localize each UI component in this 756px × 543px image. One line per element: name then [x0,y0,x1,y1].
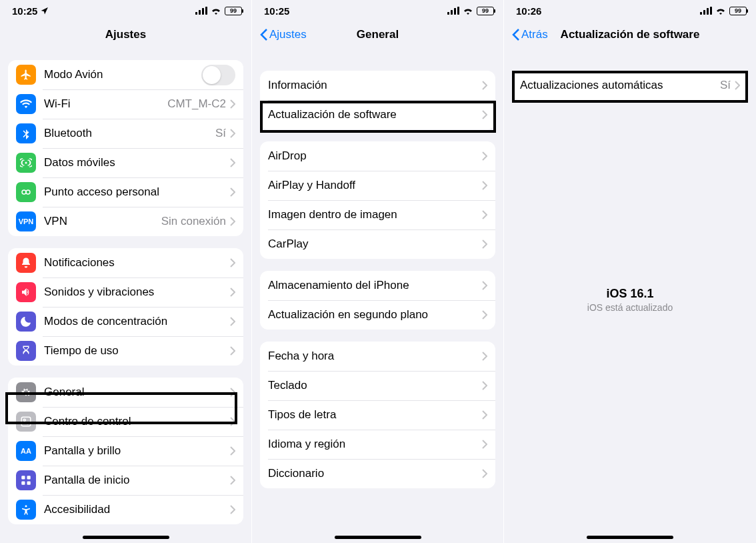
gear-icon [16,382,36,402]
row-software-update[interactable]: Actualización de software [260,100,495,129]
row-language[interactable]: Idioma y región [260,430,495,459]
chevron-right-icon [230,476,235,485]
row-sounds[interactable]: Sonidos y vibraciones [8,278,243,307]
chevron-right-icon [482,81,487,90]
row-label: Actualización en segundo plano [268,308,482,322]
home-indicator[interactable] [335,536,421,539]
row-label: Diccionario [268,467,482,480]
row-date-time[interactable]: Fecha y hora [260,342,495,371]
chevron-right-icon [482,381,487,390]
chevron-right-icon [230,158,235,167]
chevron-right-icon [482,239,487,249]
hourglass-icon [16,341,36,361]
chevron-right-icon [482,210,487,219]
back-button[interactable]: Ajustes [256,19,311,51]
row-screentime[interactable]: Tiempo de uso [8,336,243,366]
row-cellular[interactable]: Datos móviles [8,148,243,177]
row-value: Sin conexión [161,215,226,228]
chevron-right-icon [230,317,235,326]
battery-icon: 99 [477,7,494,15]
ios-version: iOS 16.1 [504,287,756,301]
row-label: AirDrop [268,149,482,163]
row-keyboard[interactable]: Teclado [260,371,495,400]
chevron-right-icon [482,181,487,190]
control-center-icon [16,412,36,432]
row-airplane-mode[interactable]: Modo Avión [8,60,243,89]
row-wifi[interactable]: Wi-Fi CMT_M-C2 [8,89,243,119]
row-label: Centro de control [44,415,230,428]
row-bluetooth[interactable]: Bluetooth Sí [8,119,243,148]
row-auto-updates[interactable]: Actualizaciones automáticas Sí [512,71,748,100]
home-indicator[interactable] [587,536,673,539]
battery-icon: 99 [729,7,747,15]
wifi-icon [463,7,473,15]
row-control-center[interactable]: Centro de control [8,407,243,436]
row-dictionary[interactable]: Diccionario [260,459,495,488]
page-title: Ajustes [105,28,146,41]
general-group-storage: Almacenamiento del iPhone Actualización … [260,271,495,330]
software-update-group: Actualizaciones automáticas Sí [512,71,748,100]
row-label: Bluetooth [44,127,215,140]
row-label: CarPlay [268,237,482,251]
svg-rect-11 [21,482,25,485]
row-hotspot[interactable]: Punto acceso personal [8,177,243,207]
row-label: Notificaciones [44,256,230,269]
chevron-right-icon [230,99,235,109]
chevron-right-icon [482,469,487,478]
settings-group-notifications: Notificaciones Sonidos y vibraciones Mod… [8,248,243,366]
row-label: Imagen dentro de imagen [268,208,482,221]
row-pip[interactable]: Imagen dentro de imagen [260,200,495,229]
home-indicator[interactable] [83,536,169,539]
svg-rect-2 [202,8,204,15]
svg-rect-9 [21,476,25,479]
status-bar: 10:25 99 [252,0,503,19]
chevron-right-icon [482,440,487,449]
chevron-right-icon [482,310,487,320]
battery-icon: 99 [225,7,242,15]
row-vpn[interactable]: VPN VPN Sin conexión [8,207,243,236]
row-label: Teclado [268,379,482,392]
chevron-right-icon [230,217,235,226]
back-button[interactable]: Atrás [508,19,552,51]
row-fonts[interactable]: Tipos de letra [260,400,495,430]
row-focus[interactable]: Modos de concentración [8,307,243,336]
status-time: 10:25 [12,5,37,17]
airplane-toggle[interactable] [201,65,235,85]
row-accessibility[interactable]: Accesibilidad [8,495,243,524]
row-notifications[interactable]: Notificaciones [8,248,243,278]
svg-rect-17 [457,7,459,15]
row-storage[interactable]: Almacenamiento del iPhone [260,271,495,300]
svg-point-7 [23,419,25,421]
svg-rect-3 [205,7,207,15]
svg-point-4 [22,190,26,194]
row-airplay[interactable]: AirPlay y Handoff [260,171,495,200]
row-information[interactable]: Información [260,71,495,100]
row-airdrop[interactable]: AirDrop [260,141,495,171]
svg-point-13 [25,505,27,507]
nav-bar: Ajustes [0,19,251,51]
nav-bar: Atrás Actualización de software [504,19,756,51]
svg-rect-15 [451,10,453,15]
row-display[interactable]: AA Pantalla y brillo [8,436,243,466]
moon-icon [16,312,36,332]
row-home-screen[interactable]: Pantalla de inicio [8,466,243,495]
chevron-right-icon [482,151,487,161]
home-screen-icon [16,470,36,490]
display-icon: AA [16,441,36,461]
svg-rect-0 [195,12,197,15]
wifi-icon [16,94,36,114]
row-general[interactable]: General [8,378,243,407]
screen-settings: 10:25 99 Ajustes Modo Avión [0,0,252,543]
row-label: Datos móviles [44,156,230,169]
row-label: AirPlay y Handoff [268,179,482,192]
row-label: Accesibilidad [44,503,230,516]
chevron-right-icon [230,388,235,397]
row-label: Modo Avión [44,68,201,81]
row-label: Pantalla de inicio [44,474,230,487]
row-background-refresh[interactable]: Actualización en segundo plano [260,300,495,330]
row-label: Información [268,79,482,92]
row-value: Sí [720,79,731,92]
status-bar: 10:25 99 [0,0,251,19]
row-carplay[interactable]: CarPlay [260,229,495,259]
cellular-icon [195,7,207,15]
